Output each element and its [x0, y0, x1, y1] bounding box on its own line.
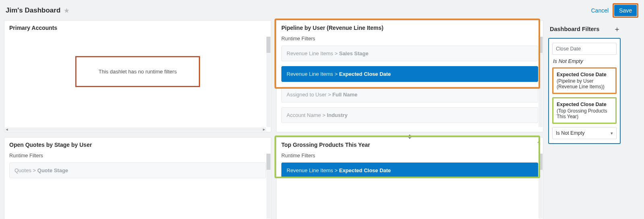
filter-module: Revenue Line Items [287, 167, 333, 173]
filter-row[interactable]: Quotes > Quote Stage [9, 163, 266, 178]
filter-field: Full Name [332, 92, 357, 98]
filter-card-title: Expected Close Date [557, 102, 612, 107]
dashlet-title: Open Quotes by Stage by User [4, 138, 271, 151]
dashlet-top-grossing: ✥ ⌃ Top Grossing Products This Year Runt… [276, 137, 543, 219]
filter-card-title: Expected Close Date [557, 72, 612, 77]
vertical-scrollbar[interactable] [539, 37, 543, 127]
filter-card-subtitle: (Pipeline by User (Revenue Line Items)) [557, 78, 612, 90]
save-button[interactable]: Save [614, 5, 637, 16]
runtime-filters-label: Runtime Filters [9, 153, 266, 159]
filter-module: Revenue Line Items [287, 50, 333, 56]
filter-operator-value: Is Not Empty [556, 130, 585, 136]
move-handle-icon[interactable]: ✥ [407, 133, 412, 140]
runtime-filters-label: Runtime Filters [281, 153, 538, 159]
filter-module: Assigned to User [287, 92, 326, 98]
filter-row[interactable]: Assigned to User > Full Name [281, 87, 538, 102]
filter-field: Expected Close Date [339, 71, 391, 77]
filter-card-subtitle: (Top Grossing Products This Year) [557, 108, 612, 119]
cancel-button[interactable]: Cancel [591, 7, 609, 14]
filter-module: Quotes [14, 167, 31, 173]
filter-field: Expected Close Date [339, 167, 391, 173]
scroll-left-icon[interactable]: ◄ [5, 127, 9, 131]
vertical-scrollbar[interactable] [539, 154, 543, 219]
vertical-scrollbar[interactable] [266, 154, 270, 219]
empty-runtime-filters-message: This dashlet has no runtime filters [75, 56, 200, 87]
vertical-scrollbar[interactable] [266, 37, 270, 127]
filter-source-card-pipeline[interactable]: Expected Close Date (Pipeline by User (R… [552, 67, 617, 94]
dashlet-title: Primary Accounts [4, 21, 271, 34]
collapse-icon[interactable]: ⌃ [537, 141, 541, 146]
filter-row[interactable]: Revenue Line Items > Sales Stage [281, 46, 538, 61]
filter-source-card-top-grossing[interactable]: Expected Close Date (Top Grossing Produc… [552, 97, 617, 124]
filter-operator-static: Is Not Empty [552, 58, 617, 64]
filter-field-input[interactable] [552, 43, 617, 55]
dashlet-open-quotes: Open Quotes by Stage by User Runtime Fil… [4, 137, 271, 219]
filter-field: Industry [327, 112, 347, 118]
chevron-down-icon: ▾ [611, 131, 613, 136]
filter-operator-select[interactable]: Is Not Empty ▾ [552, 127, 617, 139]
favorite-star-icon[interactable]: ★ [64, 6, 70, 15]
filter-field: Quote Stage [37, 167, 68, 173]
horizontal-scrollbar[interactable]: ◄ ► [5, 127, 266, 131]
page-title: Jim's Dashboard [6, 6, 60, 15]
dashlet-title: Pipeline by User (Revenue Line Items) [277, 21, 543, 34]
dashlet-primary-accounts: Primary Accounts This dashlet has no run… [4, 20, 271, 132]
filter-row-selected[interactable]: Revenue Line Items > Expected Close Date [281, 66, 538, 82]
filter-field: Sales Stage [339, 50, 368, 56]
filter-module: Account Name [287, 112, 321, 118]
dashlet-pipeline-by-user: Pipeline by User (Revenue Line Items) Ru… [276, 20, 543, 132]
runtime-filters-label: Runtime Filters [281, 36, 538, 42]
dashboard-filter-panel: Is Not Empty Expected Close Date (Pipeli… [548, 38, 621, 144]
filter-module: Revenue Line Items [287, 71, 333, 77]
filter-row-selected[interactable]: Revenue Line Items > Expected Close Date [281, 163, 538, 178]
dashboard-filters-title: Dashboard Filters [550, 26, 599, 32]
scroll-right-icon[interactable]: ► [262, 127, 266, 131]
filter-row[interactable]: Account Name > Industry [281, 107, 538, 123]
add-filter-icon[interactable]: ＋ [613, 24, 621, 34]
